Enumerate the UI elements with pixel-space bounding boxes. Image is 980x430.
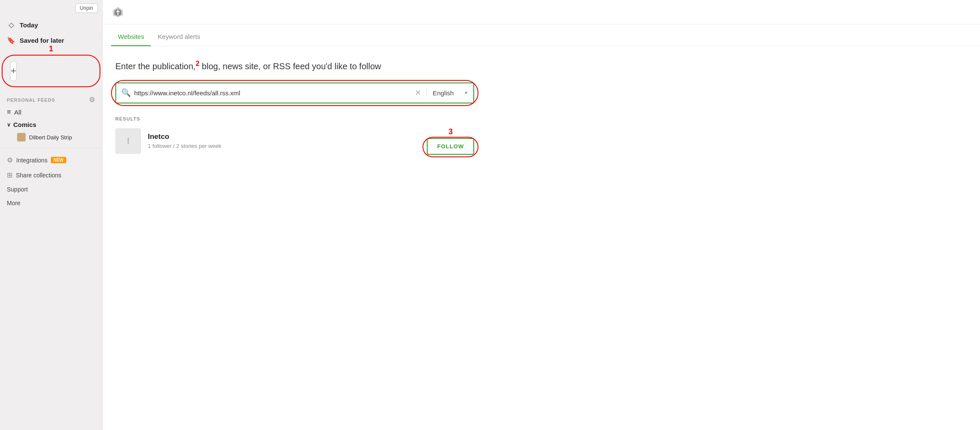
sidebar-item-integrations[interactable]: ⚙ Integrations NEW: [0, 153, 102, 168]
tab-keyword-alerts[interactable]: Keyword alerts: [151, 28, 207, 46]
search-row: 🔍 ✕ English ▾: [115, 82, 474, 103]
follow-button[interactable]: FOLLOW: [427, 138, 474, 155]
search-icon: 🔍: [121, 88, 131, 97]
result-item: I Inetco 1 follower / 2 stories per week…: [115, 127, 474, 155]
today-icon: ◇: [7, 21, 15, 29]
search-input-wrapper: 🔍: [116, 83, 410, 103]
result-title: Inetco: [148, 133, 420, 141]
share-icon: ⊞: [7, 171, 12, 179]
search-input[interactable]: [134, 83, 405, 103]
integrations-label: Integrations: [16, 157, 47, 164]
main-content: Websites Keyword alerts Enter the public…: [103, 0, 980, 430]
unpin-button[interactable]: Unpin: [75, 3, 98, 13]
sidebar-item-more[interactable]: More: [0, 196, 102, 210]
comics-label: Comics: [13, 121, 36, 128]
follow-area: 3 FOLLOW: [427, 127, 474, 155]
dilbert-label: Dilbert Daily Strip: [29, 134, 72, 141]
sidebar-item-share[interactable]: ⊞ Share collections: [0, 168, 102, 183]
result-thumbnail: I: [115, 128, 141, 154]
main-description: Enter the publication,2 blog, news site,…: [115, 59, 474, 72]
language-selector[interactable]: English ▾: [426, 89, 473, 97]
result-meta: 1 follower / 2 stories per week: [148, 143, 420, 149]
sidebar-item-today-label: Today: [20, 21, 38, 29]
result-info: Inetco 1 follower / 2 stories per week: [148, 133, 420, 149]
share-label: Share collections: [16, 172, 62, 179]
language-label: English: [433, 89, 454, 97]
more-label: More: [7, 200, 21, 206]
sidebar-item-comics[interactable]: ∨ Comics: [0, 118, 102, 131]
annotation-2: 2: [196, 60, 200, 67]
sidebar-item-support[interactable]: Support: [0, 183, 102, 196]
all-label: All: [14, 109, 21, 116]
hamburger-icon: ≡: [7, 108, 11, 116]
new-badge: NEW: [51, 157, 66, 163]
main-body: Enter the publication,2 blog, news site,…: [103, 46, 487, 168]
chevron-down-icon: ▾: [465, 90, 467, 96]
tabs: Websites Keyword alerts: [103, 28, 980, 46]
gear-icon[interactable]: ⚙: [89, 96, 95, 104]
add-feed-button[interactable]: +: [10, 61, 17, 81]
personal-feeds-section: PERSONAL FEEDS ⚙: [0, 92, 102, 106]
sidebar: Unpin ◇ Today 🔖 Saved for later 1 + PERS…: [0, 0, 103, 430]
results-label: RESULTS: [115, 116, 474, 121]
tab-websites[interactable]: Websites: [111, 28, 151, 46]
chevron-down-icon: ∨: [7, 122, 11, 128]
add-feed-wrapper: 1 +: [5, 56, 97, 85]
annotation-1: 1: [49, 44, 53, 53]
bookmark-icon: 🔖: [7, 36, 15, 44]
support-label: Support: [7, 186, 28, 193]
integrations-icon: ⚙: [7, 156, 13, 164]
search-container: 🔍 ✕ English ▾: [115, 82, 474, 103]
sidebar-item-all[interactable]: ≡ All: [0, 106, 102, 118]
personal-feeds-label: PERSONAL FEEDS: [7, 97, 55, 103]
sidebar-item-saved-label: Saved for later: [20, 37, 64, 44]
sidebar-item-today[interactable]: ◇ Today: [0, 17, 102, 32]
sidebar-item-dilbert[interactable]: Dilbert Daily Strip: [0, 131, 102, 144]
dilbert-thumb: [17, 133, 26, 141]
feedly-logo: [111, 5, 125, 19]
clear-button[interactable]: ✕: [410, 85, 426, 101]
main-header: [103, 0, 980, 24]
annotation-3: 3: [449, 127, 453, 136]
sidebar-divider: [0, 148, 102, 148]
